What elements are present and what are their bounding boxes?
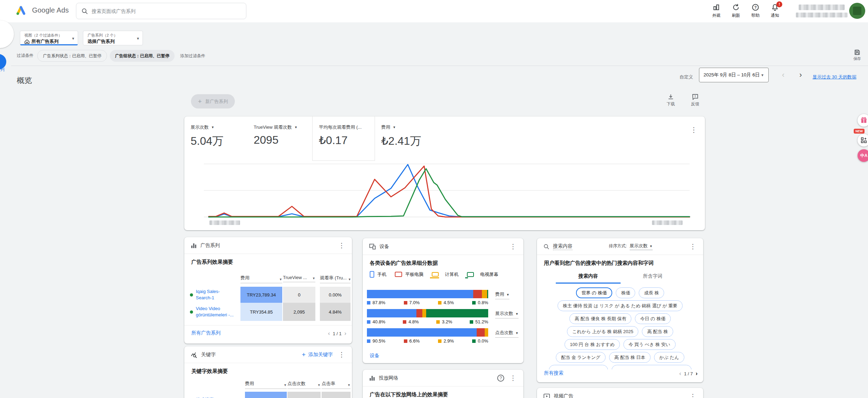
kebab-menu-icon[interactable]: ⋮: [690, 126, 697, 134]
kebab-menu-icon[interactable]: ⋮: [689, 392, 697, 398]
search-term-chip[interactable]: これから 上がる 株 銘柄 2025: [567, 326, 638, 337]
kebab-menu-icon[interactable]: ⋮: [338, 351, 346, 359]
search-term-chip[interactable]: 高 配当 株: [642, 326, 673, 337]
keyword-link[interactable]: 株式投資: [196, 397, 234, 398]
new-campaign-button[interactable]: + 新广告系列: [191, 94, 235, 108]
column-header-ctr[interactable]: 点击率▼: [322, 381, 351, 389]
bar-metric-dropdown[interactable]: 费用▼: [495, 291, 509, 299]
search-term-chip[interactable]: 株価: [616, 287, 635, 298]
add-filter-button[interactable]: 添加过滤条件: [180, 53, 205, 59]
date-next-button[interactable]: ›: [799, 70, 802, 80]
all-searches-link[interactable]: 所有搜索: [544, 370, 563, 376]
kebab-menu-icon[interactable]: ⋮: [509, 374, 517, 382]
search-term-chip[interactable]: 高 配当 優良 株 長期 保有: [569, 313, 631, 324]
video-ads-card: 视频广告 ⋮: [537, 388, 703, 398]
legend-swatch: [367, 320, 370, 324]
help-icon[interactable]: ?: [497, 375, 504, 382]
chip-row: 高 配当 優良 株 長期 保有今日 の 株価: [540, 313, 700, 324]
legend-swatch: [367, 339, 370, 343]
cell-cost: TRY14,428.73: [245, 392, 287, 398]
appearance-button[interactable]: 外观: [707, 3, 726, 18]
card-title: 视频广告: [554, 393, 573, 398]
card-subtitle: 各类设备的广告效果细分数据: [370, 260, 438, 266]
legend-swatch: [472, 301, 476, 305]
search-input[interactable]: [92, 8, 241, 14]
search-term-chip[interactable]: 100 円 台 株 おすすめ: [564, 339, 620, 350]
metric-avg-cpv[interactable]: 平均每次观看费用 (... ₺0.17: [312, 117, 375, 161]
search-term-chip[interactable]: 成長 株: [639, 287, 664, 298]
add-keyword-button[interactable]: +添加关键字: [302, 351, 333, 359]
search-term-chip[interactable]: 今 買う べき 株 安い: [623, 339, 676, 350]
stacked-bar: [367, 328, 488, 337]
feedback-button[interactable]: ! 反馈: [687, 93, 704, 107]
column-header-cost[interactable]: 费用▼: [245, 381, 287, 389]
brand-title: Google Ads: [32, 6, 69, 14]
tab-included-words[interactable]: 所含字词: [628, 273, 677, 279]
account-name-redacted: [799, 5, 845, 10]
legend-label: 平板电脑: [405, 271, 423, 278]
view-selector[interactable]: 视图（2 个过滤条件） 所有广告系列 ▼: [20, 31, 78, 45]
search-term-chip[interactable]: 世界 の 株価: [576, 287, 613, 298]
chip-row: これから 上がる 株 銘柄 2025高 配当 株: [540, 326, 700, 337]
campaign-selector[interactable]: 广告系列（2 个） 选择广告系列 ▼: [83, 31, 143, 45]
page-next-icon[interactable]: ›: [696, 370, 698, 377]
campaign-link[interactable]: Iqaig Sales-Search-1: [196, 288, 234, 301]
google-ads-logo-icon[interactable]: [15, 5, 26, 16]
page-next-icon[interactable]: ›: [344, 330, 346, 337]
page-prev-icon[interactable]: ‹: [679, 370, 681, 377]
kebab-menu-icon[interactable]: ⋮: [689, 242, 697, 250]
filter-chip-campaign-status[interactable]: 广告系列状态：已启用、已暂停: [37, 50, 107, 62]
bar-metric-dropdown[interactable]: 点击次数▼: [495, 330, 519, 338]
percent-row: 87.8%7.0%4.5%0.8%: [367, 300, 488, 305]
column-header-cost[interactable]: 费用▼: [240, 275, 282, 283]
filter-chip-adgroup-status[interactable]: 广告组状态：已启用、已暂停: [110, 50, 175, 62]
gift-extension-button[interactable]: [858, 114, 868, 127]
show-last-30-days-link[interactable]: 显示过去 30 天的数据: [813, 74, 857, 80]
metric-impressions[interactable]: 展示次数▼ 5.04万: [184, 117, 247, 161]
date-prev-button[interactable]: ‹: [782, 70, 784, 80]
translate-extension-button[interactable]: 中A: [858, 149, 868, 162]
kebab-menu-icon[interactable]: ⋮: [509, 242, 517, 250]
date-range-picker[interactable]: 2025年 9月 8日 – 10月 6日 ▼: [699, 68, 769, 82]
feedback-icon: !: [687, 93, 704, 100]
download-button[interactable]: 下载: [662, 93, 679, 107]
campaigns-card: 广告系列 ⋮ 广告系列效果摘要 费用▼ TrueView ...▼ 观看率 (T…: [184, 237, 352, 344]
help-icon: ?: [746, 3, 765, 12]
status-enabled-icon: [190, 310, 193, 314]
metric-cost[interactable]: 费用▼ ₺2.41万: [375, 117, 440, 161]
search-term-chip[interactable]: 株主 優待 投資 は リスク が ある ため 銘柄 選び が 重要: [558, 300, 683, 311]
percent-value: 0.0%: [478, 338, 488, 344]
timeline-chart: [198, 159, 691, 221]
kebab-menu-icon[interactable]: ⋮: [338, 241, 346, 249]
avatar[interactable]: [849, 3, 865, 19]
refresh-button[interactable]: 刷新: [726, 3, 746, 18]
search-term-chip[interactable]: 今日 の 株価: [635, 313, 671, 324]
divider: [11, 66, 868, 66]
tab-search-terms[interactable]: 搜索内容: [556, 273, 621, 279]
notifications-button[interactable]: 通知 !: [765, 3, 785, 18]
nav-collapse-handle[interactable]: [0, 20, 14, 48]
metric-trueview-views[interactable]: TrueView 观看次数▼ 2095: [247, 117, 312, 161]
column-header-clicks[interactable]: 点击次数▼: [287, 381, 321, 389]
campaign-link[interactable]: Video Video görüntülemeleri -...: [196, 306, 234, 318]
page-prev-icon[interactable]: ‹: [328, 330, 330, 337]
grid-extension-button[interactable]: [858, 134, 868, 147]
help-button[interactable]: ? 帮助: [746, 3, 765, 18]
devices-link[interactable]: 设备: [370, 353, 379, 359]
column-header-view-rate[interactable]: 观看率 (Tru...▼: [320, 275, 351, 283]
global-search[interactable]: [76, 3, 246, 19]
percent-value: 3.2%: [442, 319, 452, 324]
column-header-trueview[interactable]: TrueView ...▼: [283, 275, 315, 282]
sort-by-dropdown[interactable]: 展示次数▼: [630, 243, 653, 250]
cell-view-rate: 4.84%: [320, 303, 351, 321]
cell-clicks: 451: [287, 392, 321, 398]
search-term-chip-clipped[interactable]: [612, 365, 692, 369]
search-term-chip[interactable]: 配当 金 ランキング: [556, 352, 606, 363]
search-term-chip-clipped[interactable]: [549, 365, 608, 369]
search-term-chip[interactable]: 高 配当 株 日本: [609, 352, 651, 363]
save-button[interactable]: 保存: [850, 49, 865, 61]
percent-row: 90.5%6.6%2.9%0.0%: [367, 338, 488, 344]
bar-metric-dropdown[interactable]: 展示次数▼: [495, 310, 519, 318]
all-campaigns-link[interactable]: 所有广告系列: [191, 330, 221, 336]
search-term-chip[interactable]: かぶ たん: [654, 352, 684, 363]
